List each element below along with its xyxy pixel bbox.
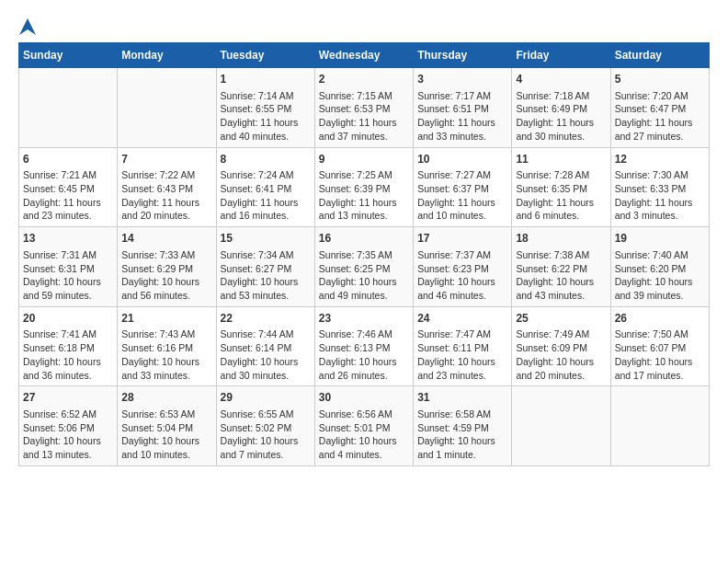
day-number: 6 [23, 152, 113, 167]
calendar-header-row: SundayMondayTuesdayWednesdayThursdayFrid… [19, 43, 710, 68]
cell-content-line: Sunrise: 6:52 AM [23, 408, 113, 421]
day-number: 23 [319, 311, 409, 327]
day-number: 18 [516, 231, 606, 247]
day-header-sunday: Sunday [19, 43, 118, 68]
cell-content-line: Daylight: 10 hours and 43 minutes. [516, 275, 606, 302]
cell-content-line: Daylight: 10 hours and 26 minutes. [319, 355, 409, 382]
calendar-cell [512, 386, 610, 466]
calendar-cell: 2Sunrise: 7:15 AMSunset: 6:53 PMDaylight… [314, 68, 413, 148]
cell-content-line: Daylight: 10 hours and 53 minutes. [221, 275, 311, 302]
cell-content-line: Daylight: 10 hours and 59 minutes. [23, 275, 113, 302]
calendar-cell: 23Sunrise: 7:46 AMSunset: 6:13 PMDayligh… [314, 306, 413, 386]
cell-content-line: Daylight: 11 hours and 40 minutes. [221, 116, 311, 143]
cell-content-line: Sunrise: 7:46 AM [319, 327, 409, 341]
cell-content-line: Sunrise: 6:58 AM [417, 408, 507, 421]
calendar-cell: 17Sunrise: 7:37 AMSunset: 6:23 PMDayligh… [414, 227, 512, 307]
cell-content-line: Sunrise: 6:56 AM [319, 408, 409, 421]
calendar-cell: 26Sunrise: 7:50 AMSunset: 6:07 PMDayligh… [610, 306, 709, 386]
cell-content-line: Sunrise: 7:35 AM [319, 248, 409, 262]
cell-content-line: Sunset: 5:04 PM [121, 421, 211, 435]
cell-content-line: Daylight: 10 hours and 56 minutes. [121, 275, 211, 302]
calendar-cell: 21Sunrise: 7:43 AMSunset: 6:16 PMDayligh… [118, 306, 216, 386]
cell-content-line: Sunset: 5:01 PM [319, 421, 409, 435]
cell-content-line: Sunrise: 7:49 AM [516, 327, 606, 341]
cell-content-line: Sunset: 6:25 PM [319, 262, 409, 276]
day-number: 17 [417, 231, 507, 247]
cell-content-line: Sunrise: 7:24 AM [221, 168, 311, 182]
day-number: 22 [221, 311, 311, 327]
day-number: 1 [221, 72, 311, 87]
cell-content-line: Daylight: 10 hours and 20 minutes. [516, 355, 606, 382]
cell-content-line: Sunset: 6:29 PM [121, 262, 211, 276]
cell-content-line: Sunset: 6:51 PM [417, 102, 507, 116]
cell-content-line: Sunset: 6:20 PM [615, 262, 705, 276]
cell-content-line: Sunset: 6:27 PM [221, 262, 311, 276]
calendar-cell: 19Sunrise: 7:40 AMSunset: 6:20 PMDayligh… [610, 227, 709, 307]
day-number: 19 [615, 231, 705, 247]
calendar-cell: 3Sunrise: 7:17 AMSunset: 6:51 PMDaylight… [414, 68, 512, 148]
logo [18, 18, 37, 33]
calendar-body: 1Sunrise: 7:14 AMSunset: 6:55 PMDaylight… [19, 68, 710, 466]
day-number: 5 [615, 72, 705, 87]
calendar-week-row: 27Sunrise: 6:52 AMSunset: 5:06 PMDayligh… [19, 386, 710, 466]
calendar-cell: 12Sunrise: 7:30 AMSunset: 6:33 PMDayligh… [610, 147, 709, 227]
cell-content-line: Sunset: 6:47 PM [615, 102, 705, 116]
day-number: 30 [319, 390, 409, 406]
cell-content-line: Sunrise: 7:15 AM [319, 89, 409, 103]
cell-content-line: Sunrise: 7:43 AM [121, 327, 211, 341]
calendar-cell: 8Sunrise: 7:24 AMSunset: 6:41 PMDaylight… [216, 147, 314, 227]
cell-content-line: Sunset: 4:59 PM [417, 421, 507, 435]
cell-content-line: Sunset: 6:45 PM [23, 182, 113, 196]
cell-content-line: Sunset: 6:41 PM [221, 182, 311, 196]
cell-content-line: Daylight: 11 hours and 20 minutes. [121, 196, 211, 223]
cell-content-line: Sunrise: 7:47 AM [417, 327, 507, 341]
cell-content-line: Sunset: 6:53 PM [319, 102, 409, 116]
cell-content-line: Sunset: 6:09 PM [516, 341, 606, 355]
calendar-cell: 14Sunrise: 7:33 AMSunset: 6:29 PMDayligh… [118, 227, 216, 307]
day-number: 15 [221, 231, 311, 247]
cell-content-line: Sunset: 6:39 PM [319, 182, 409, 196]
cell-content-line: Daylight: 11 hours and 3 minutes. [615, 196, 705, 223]
cell-content-line: Daylight: 10 hours and 1 minute. [417, 434, 507, 461]
cell-content-line: Sunrise: 7:34 AM [221, 248, 311, 262]
calendar-week-row: 13Sunrise: 7:31 AMSunset: 6:31 PMDayligh… [19, 227, 710, 307]
day-number: 13 [23, 231, 113, 247]
cell-content-line: Sunset: 6:49 PM [516, 102, 606, 116]
logo-bird-icon [19, 18, 36, 35]
cell-content-line: Sunset: 6:33 PM [615, 182, 705, 196]
day-header-wednesday: Wednesday [314, 43, 413, 68]
cell-content-line: Sunset: 6:16 PM [121, 341, 211, 355]
day-header-saturday: Saturday [610, 43, 709, 68]
cell-content-line: Daylight: 10 hours and 10 minutes. [121, 434, 211, 461]
cell-content-line: Daylight: 10 hours and 46 minutes. [417, 275, 507, 302]
cell-content-line: Sunrise: 7:20 AM [615, 89, 705, 103]
cell-content-line: Sunset: 5:06 PM [23, 421, 113, 435]
calendar-cell: 15Sunrise: 7:34 AMSunset: 6:27 PMDayligh… [216, 227, 314, 307]
cell-content-line: Daylight: 11 hours and 23 minutes. [23, 196, 113, 223]
cell-content-line: Daylight: 10 hours and 4 minutes. [319, 434, 409, 461]
cell-content-line: Daylight: 11 hours and 37 minutes. [319, 116, 409, 143]
calendar-cell [610, 386, 709, 466]
cell-content-line: Sunrise: 7:33 AM [121, 248, 211, 262]
cell-content-line: Sunset: 6:55 PM [221, 102, 311, 116]
cell-content-line: Daylight: 10 hours and 36 minutes. [23, 355, 113, 382]
cell-content-line: Sunset: 6:11 PM [417, 341, 507, 355]
calendar-cell: 16Sunrise: 7:35 AMSunset: 6:25 PMDayligh… [314, 227, 413, 307]
day-number: 25 [516, 311, 606, 327]
day-number: 27 [23, 390, 113, 406]
cell-content-line: Daylight: 10 hours and 33 minutes. [121, 355, 211, 382]
calendar-table: SundayMondayTuesdayWednesdayThursdayFrid… [18, 42, 710, 466]
calendar-cell: 22Sunrise: 7:44 AMSunset: 6:14 PMDayligh… [216, 306, 314, 386]
cell-content-line: Sunrise: 7:18 AM [516, 89, 606, 103]
page-header [18, 18, 710, 33]
cell-content-line: Sunrise: 7:22 AM [121, 168, 211, 182]
calendar-cell: 20Sunrise: 7:41 AMSunset: 6:18 PMDayligh… [19, 306, 118, 386]
cell-content-line: Sunset: 6:43 PM [121, 182, 211, 196]
calendar-cell: 9Sunrise: 7:25 AMSunset: 6:39 PMDaylight… [314, 147, 413, 227]
cell-content-line: Sunrise: 6:53 AM [121, 408, 211, 421]
calendar-cell [118, 68, 216, 148]
day-number: 12 [615, 152, 705, 167]
cell-content-line: Sunset: 5:02 PM [221, 421, 311, 435]
day-number: 11 [516, 152, 606, 167]
cell-content-line: Daylight: 10 hours and 17 minutes. [615, 355, 705, 382]
